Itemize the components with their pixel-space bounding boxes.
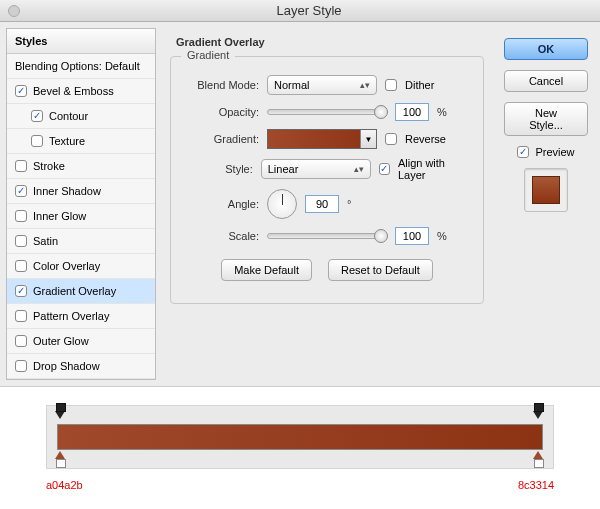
opacity-stop-right[interactable] bbox=[533, 411, 545, 423]
preview-color-icon bbox=[532, 176, 560, 204]
reset-default-button[interactable]: Reset to Default bbox=[328, 259, 433, 281]
styles-item-inner-shadow[interactable]: Inner Shadow bbox=[7, 179, 155, 204]
slider-thumb-icon[interactable] bbox=[374, 105, 388, 119]
checkbox-icon[interactable] bbox=[15, 235, 27, 247]
slider-thumb-icon[interactable] bbox=[374, 229, 388, 243]
traffic-light-close[interactable] bbox=[8, 5, 20, 17]
blending-options-label: Blending Options: Default bbox=[15, 60, 140, 72]
style-select[interactable]: Linear▴▾ bbox=[261, 159, 371, 179]
styles-item-texture[interactable]: Texture bbox=[7, 129, 155, 154]
scale-label: Scale: bbox=[185, 230, 259, 242]
styles-item-inner-glow[interactable]: Inner Glow bbox=[7, 204, 155, 229]
checkbox-icon[interactable] bbox=[15, 285, 27, 297]
right-hex: 8c3314 bbox=[518, 479, 554, 491]
angle-label: Angle: bbox=[185, 198, 259, 210]
styles-item-drop-shadow[interactable]: Drop Shadow bbox=[7, 354, 155, 379]
color-stop-left[interactable] bbox=[55, 451, 67, 463]
checkbox-icon[interactable] bbox=[31, 135, 43, 147]
styles-item-bevel-emboss[interactable]: Bevel & Emboss bbox=[7, 79, 155, 104]
opacity-slider[interactable] bbox=[267, 109, 387, 115]
styles-item-satin[interactable]: Satin bbox=[7, 229, 155, 254]
checkbox-icon[interactable] bbox=[31, 110, 43, 122]
watermark: UiBQ.CoM bbox=[0, 505, 590, 509]
reverse-label: Reverse bbox=[405, 133, 446, 145]
styles-blending-options[interactable]: Blending Options: Default bbox=[7, 54, 155, 79]
dialog-actions: OK Cancel New Style... Preview bbox=[492, 22, 600, 386]
dither-label: Dither bbox=[405, 79, 434, 91]
chevron-down-icon[interactable]: ▼ bbox=[360, 130, 376, 148]
styles-item-color-overlay[interactable]: Color Overlay bbox=[7, 254, 155, 279]
scale-input[interactable] bbox=[395, 227, 429, 245]
section-title: Gradient Overlay bbox=[176, 36, 484, 48]
opacity-input[interactable] bbox=[395, 103, 429, 121]
styles-list: Styles Blending Options: Default Bevel &… bbox=[6, 28, 156, 380]
gradient-swatch[interactable]: ▼ bbox=[267, 129, 377, 149]
blend-mode-label: Blend Mode: bbox=[185, 79, 259, 91]
checkbox-icon[interactable] bbox=[15, 360, 27, 372]
preview-label: Preview bbox=[535, 146, 574, 158]
color-stop-right[interactable] bbox=[533, 451, 545, 463]
angle-dial[interactable] bbox=[267, 189, 297, 219]
make-default-button[interactable]: Make Default bbox=[221, 259, 312, 281]
window-titlebar: Layer Style bbox=[0, 0, 600, 22]
scale-unit: % bbox=[437, 230, 447, 242]
gradient-overlay-panel: Gradient Overlay Gradient Blend Mode: No… bbox=[162, 22, 492, 386]
preview-swatch bbox=[524, 168, 568, 212]
checkbox-icon[interactable] bbox=[15, 260, 27, 272]
align-checkbox[interactable] bbox=[379, 163, 390, 175]
checkbox-icon[interactable] bbox=[15, 160, 27, 172]
reverse-checkbox[interactable] bbox=[385, 133, 397, 145]
opacity-unit: % bbox=[437, 106, 447, 118]
styles-header[interactable]: Styles bbox=[7, 29, 155, 54]
layer-style-dialog: Styles Blending Options: Default Bevel &… bbox=[0, 22, 600, 387]
align-label: Align with Layer bbox=[398, 157, 469, 181]
updown-arrows-icon: ▴▾ bbox=[354, 164, 364, 174]
group-legend: Gradient bbox=[181, 49, 235, 61]
opacity-stop-left[interactable] bbox=[55, 411, 67, 423]
opacity-label: Opacity: bbox=[185, 106, 259, 118]
window-title: Layer Style bbox=[26, 3, 592, 18]
styles-item-stroke[interactable]: Stroke bbox=[7, 154, 155, 179]
hex-labels: a04a2b 8c3314 bbox=[46, 479, 554, 491]
checkbox-icon[interactable] bbox=[15, 210, 27, 222]
styles-item-gradient-overlay[interactable]: Gradient Overlay bbox=[7, 279, 155, 304]
blend-mode-select[interactable]: Normal▴▾ bbox=[267, 75, 377, 95]
angle-unit: ° bbox=[347, 198, 351, 210]
gradient-editor[interactable] bbox=[46, 405, 554, 469]
style-label: Style: bbox=[185, 163, 253, 175]
checkbox-icon[interactable] bbox=[15, 85, 27, 97]
preview-checkbox[interactable] bbox=[517, 146, 529, 158]
angle-input[interactable] bbox=[305, 195, 339, 213]
checkbox-icon[interactable] bbox=[15, 335, 27, 347]
scale-slider[interactable] bbox=[267, 233, 387, 239]
gradient-label: Gradient: bbox=[185, 133, 259, 145]
updown-arrows-icon: ▴▾ bbox=[360, 80, 370, 90]
styles-item-pattern-overlay[interactable]: Pattern Overlay bbox=[7, 304, 155, 329]
dither-checkbox[interactable] bbox=[385, 79, 397, 91]
styles-item-contour[interactable]: Contour bbox=[7, 104, 155, 129]
checkbox-icon[interactable] bbox=[15, 310, 27, 322]
gradient-group: Gradient Blend Mode: Normal▴▾ Dither Opa… bbox=[170, 56, 484, 304]
checkbox-icon[interactable] bbox=[15, 185, 27, 197]
new-style-button[interactable]: New Style... bbox=[504, 102, 588, 136]
ok-button[interactable]: OK bbox=[504, 38, 588, 60]
gradient-strip[interactable] bbox=[57, 424, 543, 450]
styles-item-outer-glow[interactable]: Outer Glow bbox=[7, 329, 155, 354]
cancel-button[interactable]: Cancel bbox=[504, 70, 588, 92]
left-hex: a04a2b bbox=[46, 479, 83, 491]
